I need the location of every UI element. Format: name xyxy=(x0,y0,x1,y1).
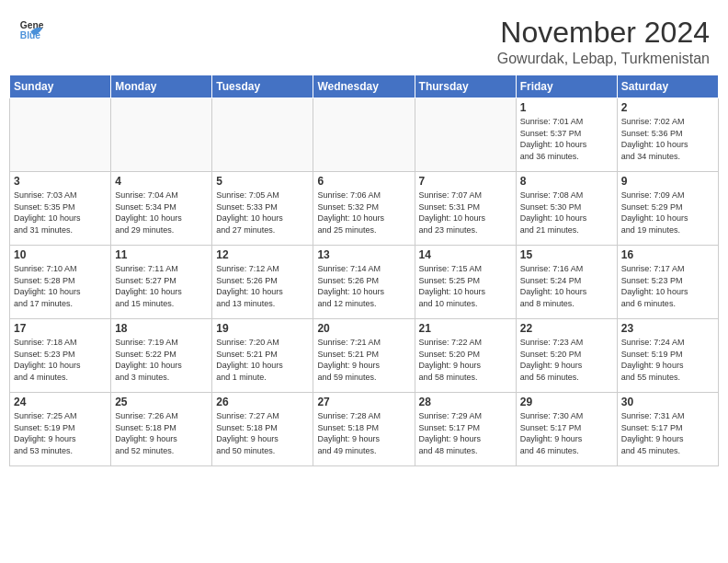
weekday-header-saturday: Saturday xyxy=(617,75,718,98)
day-info: Sunrise: 7:31 AMSunset: 5:17 PMDaylight:… xyxy=(621,410,714,456)
calendar-cell: 20Sunrise: 7:21 AMSunset: 5:21 PMDayligh… xyxy=(313,319,415,393)
day-info: Sunrise: 7:14 AMSunset: 5:26 PMDaylight:… xyxy=(317,263,410,309)
day-info: Sunrise: 7:25 AMSunset: 5:19 PMDaylight:… xyxy=(14,410,107,456)
calendar-cell: 3Sunrise: 7:03 AMSunset: 5:35 PMDaylight… xyxy=(10,172,111,246)
week-row-3: 10Sunrise: 7:10 AMSunset: 5:28 PMDayligh… xyxy=(10,246,719,319)
day-info: Sunrise: 7:20 AMSunset: 5:21 PMDaylight:… xyxy=(216,337,309,383)
weekday-header-wednesday: Wednesday xyxy=(313,75,415,98)
calendar-cell: 8Sunrise: 7:08 AMSunset: 5:30 PMDaylight… xyxy=(516,172,617,246)
weekday-header-row: SundayMondayTuesdayWednesdayThursdayFrid… xyxy=(10,75,719,98)
svg-text:Blue: Blue xyxy=(20,30,41,40)
day-number: 4 xyxy=(115,175,208,188)
week-row-4: 17Sunrise: 7:18 AMSunset: 5:23 PMDayligh… xyxy=(10,319,719,393)
day-number: 18 xyxy=(115,322,208,335)
calendar-cell: 28Sunrise: 7:29 AMSunset: 5:17 PMDayligh… xyxy=(415,393,516,466)
calendar-cell: 19Sunrise: 7:20 AMSunset: 5:21 PMDayligh… xyxy=(212,319,313,393)
calendar-cell: 2Sunrise: 7:02 AMSunset: 5:36 PMDaylight… xyxy=(617,98,718,172)
day-number: 29 xyxy=(520,396,613,408)
calendar-cell: 29Sunrise: 7:30 AMSunset: 5:17 PMDayligh… xyxy=(516,393,617,466)
day-info: Sunrise: 7:15 AMSunset: 5:25 PMDaylight:… xyxy=(419,263,512,309)
calendar-cell: 18Sunrise: 7:19 AMSunset: 5:22 PMDayligh… xyxy=(111,319,212,393)
day-number: 15 xyxy=(520,248,613,261)
day-info: Sunrise: 7:09 AMSunset: 5:29 PMDaylight:… xyxy=(621,190,714,236)
logo: General Blue xyxy=(18,17,44,42)
day-number: 7 xyxy=(419,175,512,188)
day-info: Sunrise: 7:17 AMSunset: 5:23 PMDaylight:… xyxy=(621,263,714,309)
day-number: 24 xyxy=(14,396,107,408)
day-info: Sunrise: 7:19 AMSunset: 5:22 PMDaylight:… xyxy=(115,337,208,383)
day-number: 8 xyxy=(520,175,613,188)
calendar-cell: 21Sunrise: 7:22 AMSunset: 5:20 PMDayligh… xyxy=(415,319,516,393)
calendar-cell xyxy=(415,98,516,172)
weekday-header-thursday: Thursday xyxy=(415,75,516,98)
calendar-cell: 11Sunrise: 7:11 AMSunset: 5:27 PMDayligh… xyxy=(111,246,212,319)
day-info: Sunrise: 7:02 AMSunset: 5:36 PMDaylight:… xyxy=(621,116,714,162)
day-info: Sunrise: 7:01 AMSunset: 5:37 PMDaylight:… xyxy=(520,116,613,162)
calendar-cell: 16Sunrise: 7:17 AMSunset: 5:23 PMDayligh… xyxy=(617,246,718,319)
day-info: Sunrise: 7:04 AMSunset: 5:34 PMDaylight:… xyxy=(115,190,208,236)
calendar-cell: 26Sunrise: 7:27 AMSunset: 5:18 PMDayligh… xyxy=(212,393,313,466)
day-number: 27 xyxy=(317,396,410,408)
calendar-cell: 10Sunrise: 7:10 AMSunset: 5:28 PMDayligh… xyxy=(10,246,111,319)
location-title: Gowurdak, Lebap, Turkmenistan xyxy=(497,51,710,67)
day-number: 26 xyxy=(216,396,309,408)
day-number: 9 xyxy=(621,175,714,188)
day-number: 12 xyxy=(216,248,309,261)
day-info: Sunrise: 7:16 AMSunset: 5:24 PMDaylight:… xyxy=(520,263,613,309)
day-info: Sunrise: 7:26 AMSunset: 5:18 PMDaylight:… xyxy=(115,410,208,456)
week-row-1: 1Sunrise: 7:01 AMSunset: 5:37 PMDaylight… xyxy=(10,98,719,172)
calendar-cell xyxy=(111,98,212,172)
day-info: Sunrise: 7:24 AMSunset: 5:19 PMDaylight:… xyxy=(621,337,714,383)
calendar-cell: 25Sunrise: 7:26 AMSunset: 5:18 PMDayligh… xyxy=(111,393,212,466)
day-info: Sunrise: 7:08 AMSunset: 5:30 PMDaylight:… xyxy=(520,190,613,236)
weekday-header-sunday: Sunday xyxy=(10,75,111,98)
calendar-cell: 12Sunrise: 7:12 AMSunset: 5:26 PMDayligh… xyxy=(212,246,313,319)
day-number: 3 xyxy=(14,175,107,188)
day-number: 25 xyxy=(115,396,208,408)
calendar-cell: 22Sunrise: 7:23 AMSunset: 5:20 PMDayligh… xyxy=(516,319,617,393)
day-info: Sunrise: 7:11 AMSunset: 5:27 PMDaylight:… xyxy=(115,263,208,309)
calendar-cell: 7Sunrise: 7:07 AMSunset: 5:31 PMDaylight… xyxy=(415,172,516,246)
day-number: 22 xyxy=(520,322,613,335)
day-number: 30 xyxy=(621,396,714,408)
weekday-header-tuesday: Tuesday xyxy=(212,75,313,98)
day-number: 5 xyxy=(216,175,309,188)
calendar-cell: 14Sunrise: 7:15 AMSunset: 5:25 PMDayligh… xyxy=(415,246,516,319)
day-info: Sunrise: 7:18 AMSunset: 5:23 PMDaylight:… xyxy=(14,337,107,383)
calendar-cell: 27Sunrise: 7:28 AMSunset: 5:18 PMDayligh… xyxy=(313,393,415,466)
day-number: 16 xyxy=(621,248,714,261)
weekday-header-friday: Friday xyxy=(516,75,617,98)
logo-icon: General Blue xyxy=(18,17,44,42)
page-header: General Blue November 2024 Gowurdak, Leb… xyxy=(9,9,719,71)
day-info: Sunrise: 7:05 AMSunset: 5:33 PMDaylight:… xyxy=(216,190,309,236)
calendar-cell: 9Sunrise: 7:09 AMSunset: 5:29 PMDaylight… xyxy=(617,172,718,246)
day-number: 17 xyxy=(14,322,107,335)
calendar-cell: 5Sunrise: 7:05 AMSunset: 5:33 PMDaylight… xyxy=(212,172,313,246)
calendar-cell: 13Sunrise: 7:14 AMSunset: 5:26 PMDayligh… xyxy=(313,246,415,319)
week-row-5: 24Sunrise: 7:25 AMSunset: 5:19 PMDayligh… xyxy=(10,393,719,466)
day-info: Sunrise: 7:27 AMSunset: 5:18 PMDaylight:… xyxy=(216,410,309,456)
day-info: Sunrise: 7:23 AMSunset: 5:20 PMDaylight:… xyxy=(520,337,613,383)
calendar-cell xyxy=(212,98,313,172)
day-info: Sunrise: 7:29 AMSunset: 5:17 PMDaylight:… xyxy=(419,410,512,456)
day-info: Sunrise: 7:03 AMSunset: 5:35 PMDaylight:… xyxy=(14,190,107,236)
calendar-cell xyxy=(10,98,111,172)
day-number: 20 xyxy=(317,322,410,335)
day-info: Sunrise: 7:30 AMSunset: 5:17 PMDaylight:… xyxy=(520,410,613,456)
weekday-header-monday: Monday xyxy=(111,75,212,98)
day-number: 13 xyxy=(317,248,410,261)
calendar-cell: 15Sunrise: 7:16 AMSunset: 5:24 PMDayligh… xyxy=(516,246,617,319)
day-info: Sunrise: 7:10 AMSunset: 5:28 PMDaylight:… xyxy=(14,263,107,309)
day-number: 2 xyxy=(621,101,714,114)
day-info: Sunrise: 7:28 AMSunset: 5:18 PMDaylight:… xyxy=(317,410,410,456)
day-number: 10 xyxy=(14,248,107,261)
day-number: 28 xyxy=(419,396,512,408)
day-number: 11 xyxy=(115,248,208,261)
title-block: November 2024 Gowurdak, Lebap, Turkmenis… xyxy=(497,17,710,67)
day-number: 14 xyxy=(419,248,512,261)
month-title: November 2024 xyxy=(497,17,710,49)
day-number: 21 xyxy=(419,322,512,335)
day-info: Sunrise: 7:21 AMSunset: 5:21 PMDaylight:… xyxy=(317,337,410,383)
day-info: Sunrise: 7:12 AMSunset: 5:26 PMDaylight:… xyxy=(216,263,309,309)
day-number: 19 xyxy=(216,322,309,335)
